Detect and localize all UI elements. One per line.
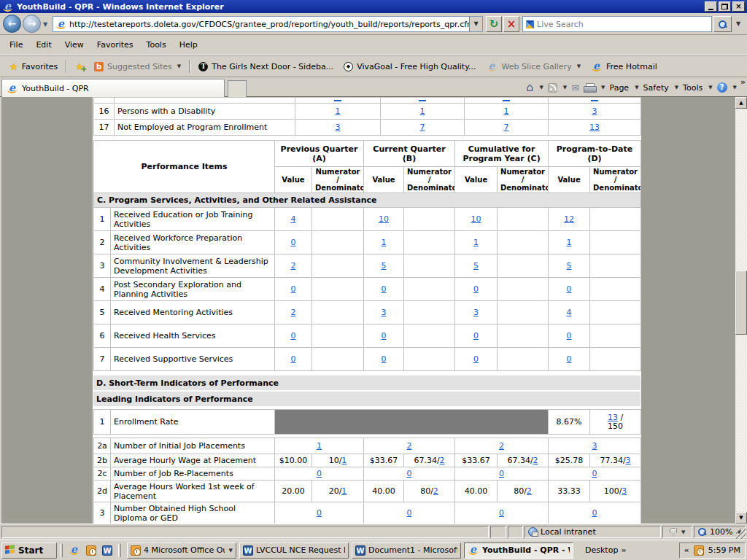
value-link[interactable]: 7 [504,122,509,132]
add-favorite-button[interactable]: ★ [70,60,89,74]
value-link[interactable]: 0 [567,284,572,294]
refresh-button[interactable]: ↻ [486,16,502,32]
address-bar[interactable]: ▼ [53,16,483,32]
value-link[interactable]: 0 [291,331,296,341]
value-link[interactable]: 0 [407,469,412,478]
value-link[interactable]: 3 [336,122,341,132]
tray-collapse-chevron-icon[interactable]: « [684,545,689,555]
denominator-link[interactable]: 2 [440,456,445,465]
value-link[interactable]: 3 [473,308,479,317]
value-link[interactable]: 10 [379,214,389,224]
value-link[interactable]: 0 [567,354,572,364]
value-link[interactable]: 0 [317,469,322,478]
print-icon[interactable] [584,83,595,93]
value-link[interactable]: 4 [567,308,572,317]
value-link[interactable]: 5 [382,261,387,271]
value-link[interactable]: 0 [499,469,504,478]
recent-pages-chevron-icon[interactable]: ▼ [43,21,47,28]
clipped-link[interactable] [419,100,426,101]
minimize-button[interactable] [705,1,717,12]
taskbar-window-document1[interactable]: Document1 - Microsoft ... [352,542,461,559]
start-button[interactable]: Start [1,542,57,559]
value-link[interactable]: 1 [504,106,509,116]
favorite-free-hotmail[interactable]: Free Hotmail [586,59,662,74]
resize-grip[interactable] [736,529,746,539]
value-link[interactable]: 2 [291,261,296,271]
scroll-up-button[interactable]: ▲ [735,97,747,109]
menu-tools[interactable]: Tools [140,38,173,52]
value-link[interactable]: 0 [291,284,296,294]
favorite-web-slice-gallery[interactable]: Web Slice Gallery ▼ [481,59,586,74]
favorite-suggested-sites[interactable]: Suggested Sites ▼ [89,60,186,74]
value-link[interactable]: 4 [291,214,296,224]
print-chevron-icon[interactable]: ▼ [601,85,605,90]
taskbar-window-outlook[interactable]: 4 Microsoft Office Outl... ▼ [127,542,236,559]
value-link[interactable]: 10 [471,214,481,224]
clipped-link[interactable] [503,100,510,101]
search-button[interactable] [713,16,732,32]
value-link[interactable]: 1 [420,106,425,116]
url-input[interactable] [69,20,469,29]
denominator-link[interactable]: 2 [433,486,438,496]
value-link[interactable]: 0 [382,354,387,364]
outlook-tray-icon[interactable] [694,545,704,556]
menu-edit[interactable]: Edit [29,38,58,52]
denominator-link[interactable]: 1 [341,456,347,465]
search-options-chevron-icon[interactable]: ▼ [732,16,744,32]
value-link[interactable]: 7 [420,122,425,132]
desktop-chevron-icon[interactable]: » [621,545,626,555]
home-chevron-icon[interactable]: ▼ [539,85,543,90]
value-link[interactable]: 1 [336,106,341,116]
new-tab-button[interactable] [228,80,247,97]
tools-menu-button[interactable]: Tools [683,83,703,93]
value-link[interactable]: 3 [592,441,597,451]
read-mail-icon[interactable]: ✉ [571,83,579,93]
toolbar-overflow-chevron-icon[interactable]: » [740,77,746,87]
menu-favorites[interactable]: Favorites [90,38,140,52]
value-link[interactable]: 0 [592,508,597,518]
restore-button[interactable] [719,1,731,12]
value-link[interactable]: 0 [382,284,387,294]
value-link[interactable]: 0 [317,508,322,518]
page-menu-button[interactable]: Page [610,83,630,93]
denominator-link[interactable]: 3 [622,486,627,496]
denominator-link[interactable]: 1 [341,486,347,496]
value-link[interactable]: 0 [473,284,479,294]
value-link[interactable]: 1 [567,238,572,247]
taskbar-window-youthbuild[interactable]: YouthBuild - QPR - Wi... [464,542,573,559]
clipped-link[interactable] [591,100,598,101]
favorite-girls-next-door[interactable]: The Girls Next Door - Sideba... [193,60,338,74]
value-link[interactable]: 0 [473,354,479,364]
value-link[interactable]: 0 [567,331,572,341]
menu-view[interactable]: View [58,38,90,52]
taskbar-window-lvccul[interactable]: LVCCUL NCE Request Le... [239,542,349,559]
value-link[interactable]: 5 [473,261,479,271]
value-link[interactable]: 3 [382,308,387,317]
value-link[interactable]: 0 [291,354,296,364]
scroll-down-button[interactable]: ▼ [735,512,747,524]
value-link[interactable]: 5 [567,261,572,271]
desktop-toolbar[interactable]: Desktop » [585,545,626,555]
value-link[interactable]: 2 [291,308,296,317]
app-quick-launch-icon[interactable] [102,545,112,556]
value-link[interactable]: 0 [291,238,296,247]
clipped-link[interactable] [334,100,341,101]
vertical-scrollbar[interactable]: ▲ ▼ [735,97,747,524]
protected-mode-panel[interactable]: ▼ [662,526,692,538]
forward-button[interactable]: → [23,15,41,33]
stop-button[interactable]: × [503,16,519,32]
value-link[interactable]: 12 [564,214,574,224]
value-link[interactable]: 1 [382,238,387,247]
safety-menu-button[interactable]: Safety [643,83,669,93]
denominator-link[interactable]: 2 [533,456,538,465]
denominator-link[interactable]: 2 [527,486,532,496]
scrollbar-thumb[interactable] [735,271,747,335]
back-button[interactable]: ← [3,15,21,33]
favorite-vivagoal[interactable]: VivaGoal - Free High Quality... [338,60,481,74]
value-link[interactable]: 3 [592,106,597,116]
favorites-button[interactable]: ★ Favorites [4,60,63,74]
denominator-link[interactable]: 3 [626,456,631,465]
value-link[interactable]: 0 [499,508,504,518]
close-button[interactable]: × [732,1,745,12]
value-link[interactable]: 13 [589,122,600,132]
